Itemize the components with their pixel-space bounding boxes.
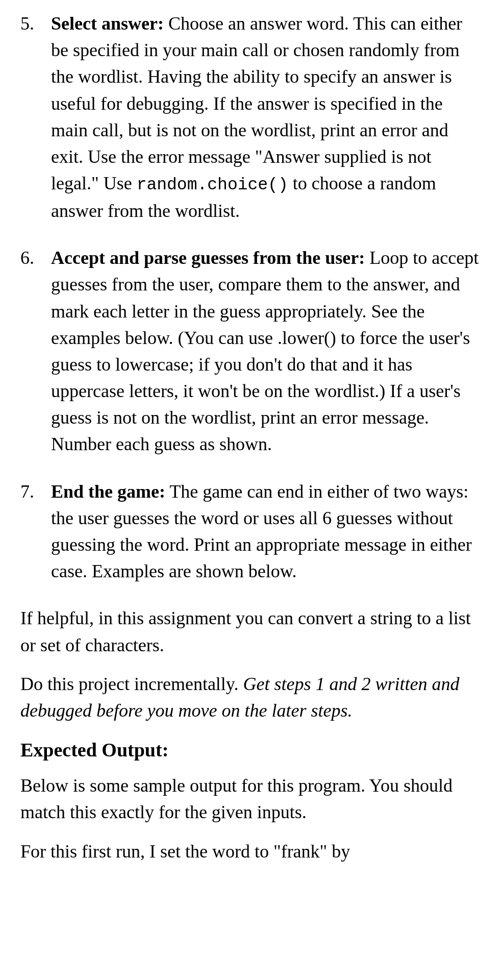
item-5-label: Select answer: (51, 13, 164, 34)
paragraph-1: If helpful, in this assignment you can c… (20, 605, 481, 658)
list-item-5: 5. Select answer: Choose an answer word.… (20, 10, 481, 224)
item-7-text: End the game: The game can end in either… (51, 478, 481, 585)
item-6-label: Accept and parse guesses from the user: (51, 248, 365, 268)
item-6-text: Accept and parse guesses from the user: … (51, 244, 481, 458)
paragraph-3: Below is some sample output for this pro… (20, 772, 481, 825)
item-5-text: Select answer: Choose an answer word. Th… (51, 10, 481, 224)
expected-output-heading: Expected Output: (20, 736, 481, 764)
item-number-6: 6. (20, 244, 51, 271)
item-7-label: End the game: (51, 481, 165, 502)
main-content: 5. Select answer: Choose an answer word.… (20, 10, 481, 865)
paragraph-2-prefix: Do this project incrementally. (20, 674, 243, 694)
item-6-body: Loop to accept guesses from the user, co… (51, 248, 479, 454)
item-5-code: random.choice() (137, 176, 288, 194)
item-5-body: Choose an answer word. This can either b… (51, 13, 462, 221)
list-item-7: 7. End the game: The game can end in eit… (20, 478, 481, 585)
item-number-7: 7. (20, 478, 51, 505)
item-number-5: 5. (20, 10, 51, 37)
paragraph-4: For this first run, I set the word to "f… (20, 838, 481, 865)
item-body-6: Accept and parse guesses from the user: … (51, 244, 481, 458)
item-body-7: End the game: The game can end in either… (51, 478, 481, 585)
item-body-5: Select answer: Choose an answer word. Th… (51, 10, 481, 224)
paragraph-2: Do this project incrementally. Get steps… (20, 671, 481, 724)
list-item-6: 6. Accept and parse guesses from the use… (20, 244, 481, 458)
